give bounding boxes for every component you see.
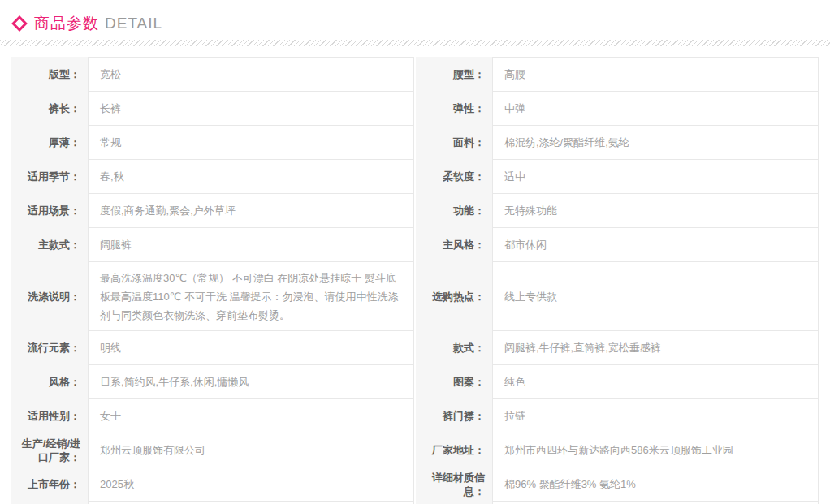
table-row: 裤门襟： 拉链 bbox=[416, 398, 819, 433]
spec-value bbox=[88, 501, 414, 504]
spec-value: 日系,简约风,牛仔系,休闲,慵懒风 bbox=[88, 364, 414, 399]
spec-label bbox=[416, 501, 492, 504]
table-row: 图案： 纯色 bbox=[416, 364, 819, 399]
spec-label: 面料： bbox=[416, 125, 492, 160]
table-row: 流行元素： 明线 bbox=[11, 330, 414, 365]
hatch-divider bbox=[0, 40, 830, 46]
spec-label: 上市年份： bbox=[11, 467, 88, 502]
spec-value: 长裤 bbox=[88, 91, 414, 126]
spec-label: 厚薄： bbox=[11, 125, 88, 160]
spec-label: 裤门襟： bbox=[416, 398, 492, 433]
table-row: 适用性别： 女士 bbox=[11, 398, 414, 433]
spec-label: 生产/经销/进口厂家： bbox=[11, 433, 88, 467]
table-row: 弹性： 中弹 bbox=[416, 91, 819, 126]
spec-value: 拉链 bbox=[492, 398, 819, 433]
table-row: 面料： 棉混纺,涤纶/聚酯纤维,氨纶 bbox=[416, 125, 819, 160]
spec-value: 阔腿裤,牛仔裤,直筒裤,宽松垂感裤 bbox=[492, 330, 819, 365]
spec-value: 阔腿裤 bbox=[88, 227, 414, 262]
spec-label: 图案： bbox=[416, 364, 492, 399]
spec-label: 功能： bbox=[416, 193, 492, 228]
table-row: 上市年份： 2025秋 bbox=[11, 467, 414, 502]
spec-value: 适中 bbox=[492, 159, 819, 194]
spec-label: 弹性： bbox=[416, 91, 492, 126]
spec-table-left: 版型： 宽松 裤长： 长裤 厚薄： 常规 适用季节： 春,秋 适用场景： 度假,… bbox=[11, 57, 414, 504]
spec-label: 详细材质信息： bbox=[416, 467, 492, 502]
spec-value: 春,秋 bbox=[88, 159, 414, 194]
section-title: 商品参数 bbox=[34, 13, 99, 34]
table-row: 适用场景： 度假,商务通勤,聚会,户外草坪 bbox=[11, 193, 414, 228]
spec-value: 中弹 bbox=[492, 91, 819, 126]
spec-value: 纯色 bbox=[492, 364, 819, 399]
spec-value: 宽松 bbox=[88, 57, 414, 92]
table-row: 主风格： 都市休闲 bbox=[416, 227, 819, 262]
table-row: 洗涤说明： 最高洗涤温度30℃（常规） 不可漂白 在阴凉处悬挂晾干 熨斗底板最高… bbox=[11, 261, 414, 331]
table-row: 柔软度： 适中 bbox=[416, 159, 819, 194]
spec-label: 洗涤说明： bbox=[11, 261, 88, 331]
spec-label: 主风格： bbox=[416, 227, 492, 262]
section-header: 商品参数 DETAIL bbox=[0, 0, 830, 35]
spec-value: 棉96% 聚酯纤维3% 氨纶1% bbox=[492, 467, 819, 502]
table-row: 风格： 日系,简约风,牛仔系,休闲,慵懒风 bbox=[11, 364, 414, 399]
spec-label: 主款式： bbox=[11, 227, 88, 262]
spec-value: 无特殊功能 bbox=[492, 193, 819, 228]
table-row: 版型： 宽松 bbox=[11, 57, 414, 92]
section-subtitle: DETAIL bbox=[105, 15, 162, 32]
table-row: 款式： 阔腿裤,牛仔裤,直筒裤,宽松垂感裤 bbox=[416, 330, 819, 365]
spec-value: 棉混纺,涤纶/聚酯纤维,氨纶 bbox=[492, 125, 819, 160]
spec-label: 风格： bbox=[11, 364, 88, 399]
spec-label: 厂家地址： bbox=[416, 433, 492, 467]
spec-value: 常规 bbox=[88, 125, 414, 160]
spec-label: 柔软度： bbox=[416, 159, 492, 194]
table-row: 厂家地址： 郑州市西四环与新达路向西586米云顶服饰工业园 bbox=[416, 433, 819, 467]
table-row: 裤长： 长裤 bbox=[11, 91, 414, 126]
spec-value: 最高洗涤温度30℃（常规） 不可漂白 在阴凉处悬挂晾干 熨斗底板最高温度110℃… bbox=[88, 261, 414, 331]
spec-value: 都市休闲 bbox=[492, 227, 819, 262]
table-row: 厚薄： 常规 bbox=[11, 125, 414, 160]
table-row: 主款式： 阔腿裤 bbox=[11, 227, 414, 262]
table-row-partial bbox=[11, 501, 414, 504]
spec-label: 腰型： bbox=[416, 57, 492, 92]
table-row: 适用季节： 春,秋 bbox=[11, 159, 414, 194]
spec-label: 适用季节： bbox=[11, 159, 88, 194]
spec-label: 适用场景： bbox=[11, 193, 88, 228]
table-row: 选购热点： 线上专供款 bbox=[416, 261, 819, 331]
spec-label bbox=[11, 501, 88, 504]
spec-label: 选购热点： bbox=[416, 261, 492, 331]
spec-value: 明线 bbox=[88, 330, 414, 365]
table-row: 腰型： 高腰 bbox=[416, 57, 819, 92]
spec-value: 郑州市西四环与新达路向西586米云顶服饰工业园 bbox=[492, 433, 819, 467]
table-row: 详细材质信息： 棉96% 聚酯纤维3% 氨纶1% bbox=[416, 467, 819, 502]
spec-tables: 版型： 宽松 裤长： 长裤 厚薄： 常规 适用季节： 春,秋 适用场景： 度假,… bbox=[11, 57, 819, 504]
spec-value bbox=[492, 501, 819, 504]
spec-value: 线上专供款 bbox=[492, 261, 819, 331]
spec-value: 女士 bbox=[88, 398, 414, 433]
spec-table-right: 腰型： 高腰 弹性： 中弹 面料： 棉混纺,涤纶/聚酯纤维,氨纶 柔软度： 适中… bbox=[416, 57, 819, 504]
spec-label: 适用性别： bbox=[11, 398, 88, 433]
spec-value: 2025秋 bbox=[88, 467, 414, 502]
spec-label: 款式： bbox=[416, 330, 492, 365]
spec-value: 郑州云顶服饰有限公司 bbox=[88, 433, 414, 467]
spec-label: 流行元素： bbox=[11, 330, 88, 365]
table-row-partial bbox=[416, 501, 819, 504]
spec-label: 裤长： bbox=[11, 91, 88, 126]
spec-value: 高腰 bbox=[492, 57, 819, 92]
diamond-icon bbox=[11, 15, 28, 32]
table-row: 生产/经销/进口厂家： 郑州云顶服饰有限公司 bbox=[11, 433, 414, 467]
spec-label: 版型： bbox=[11, 57, 88, 92]
table-row: 功能： 无特殊功能 bbox=[416, 193, 819, 228]
spec-value: 度假,商务通勤,聚会,户外草坪 bbox=[88, 193, 414, 228]
